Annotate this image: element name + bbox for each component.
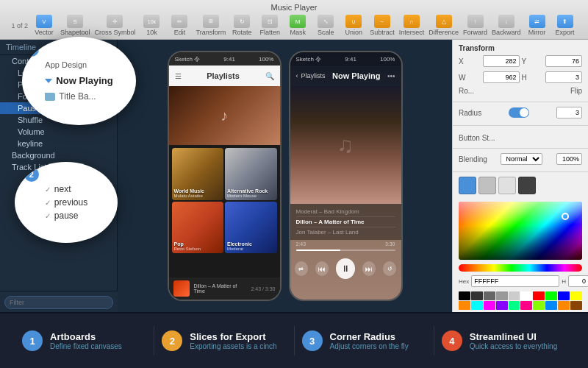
h-color-input[interactable]	[568, 275, 588, 287]
tool-mirror[interactable]: ⇌ Mirror	[526, 15, 549, 36]
palette-swatch[interactable]	[471, 301, 483, 310]
playlist-elec[interactable]: Electronic Moderat	[225, 202, 277, 254]
radius-toggle[interactable]	[509, 107, 529, 118]
track1[interactable]: Moderat – Bad Kingdom	[296, 207, 395, 217]
sidebar-item-background-label: Background	[12, 151, 55, 160]
palette-swatch[interactable]	[496, 301, 508, 310]
bottom-badge-2: 2	[162, 330, 182, 351]
y-input[interactable]	[545, 55, 582, 67]
h-input[interactable]	[545, 71, 582, 83]
phone2-back-icon[interactable]: ‹	[296, 72, 298, 79]
palette-swatch[interactable]	[533, 301, 545, 310]
callout1-titleba-label: Title Ba...	[59, 91, 96, 102]
palette-swatch[interactable]	[570, 301, 582, 310]
tool-10k[interactable]: 10k 10k	[140, 15, 163, 36]
h-color-label: H	[562, 278, 566, 285]
palette-swatch[interactable]	[520, 301, 532, 310]
phone2-more-icon[interactable]: •••	[387, 72, 395, 80]
bottom-bar: 1ArtboardsDefine fixed canvases2Slices f…	[0, 312, 588, 368]
w-input[interactable]	[483, 71, 520, 83]
palette-swatch[interactable]	[484, 291, 495, 300]
tool-subtract[interactable]: − Subtract	[370, 15, 395, 36]
np-prev-btn[interactable]: ⏮	[315, 261, 329, 276]
hue-slider[interactable]	[459, 264, 582, 272]
phone2-back-label[interactable]: Playlists	[301, 72, 326, 79]
phone1-now-playing-bar[interactable]: Dillon – A Matter of Time 2:43 / 3:30	[169, 277, 280, 300]
tool-union[interactable]: ∪ Union	[342, 15, 365, 36]
palette-swatch[interactable]	[545, 291, 557, 300]
palette-swatch[interactable]	[484, 301, 495, 310]
palette-swatch[interactable]	[496, 291, 508, 300]
page-indicator: 1 of 2	[11, 22, 28, 29]
tool-vector[interactable]: V Vector	[32, 15, 56, 36]
phone2-battery: 100%	[380, 56, 395, 63]
radius-input[interactable]	[556, 107, 582, 118]
palette-swatch[interactable]	[459, 301, 470, 310]
palette-swatch[interactable]	[459, 291, 470, 300]
swatch-gray2[interactable]	[498, 177, 516, 194]
tool-cross[interactable]: ✛ Cross Symbol	[94, 15, 135, 36]
tool-difference[interactable]: △ Difference	[429, 15, 459, 36]
palette-swatch[interactable]	[509, 301, 520, 310]
palette-swatch[interactable]	[545, 301, 557, 310]
playlist-world[interactable]: World Music Mulatu Astatke	[172, 148, 224, 200]
tool-export[interactable]: ⬆ Export	[553, 15, 577, 36]
playlist-alt[interactable]: Alternative Rock Modern Mouse	[225, 148, 277, 200]
np-repeat-btn[interactable]: ↺	[383, 261, 396, 276]
phone1-menu-icon[interactable]: ☰	[175, 72, 182, 80]
palette-swatch[interactable]	[509, 291, 520, 300]
x-input[interactable]	[483, 55, 520, 67]
np-shuffle-btn[interactable]: ⇄	[295, 261, 308, 276]
tool-intersect[interactable]: ∩ Intersect	[399, 15, 425, 36]
rotate-row: Ro... Flip	[459, 87, 582, 95]
tool-flatten[interactable]: ⊡ Flatten	[258, 15, 282, 36]
tool-forward[interactable]: ↑ Forward	[463, 15, 487, 36]
tool-rotate[interactable]: ↻ Rotate	[230, 15, 254, 36]
sidebar-item-volume[interactable]: Volume	[0, 126, 117, 138]
np-next-btn[interactable]: ⏭	[362, 261, 376, 276]
bottom-badge-3: 3	[302, 330, 323, 351]
blending-select[interactable]: Normal Multiply Screen	[501, 153, 542, 165]
toolbar-title: Music Player	[271, 3, 318, 12]
tool-scale[interactable]: ⤡ Scale	[314, 15, 337, 36]
tool-transform[interactable]: ⊞ Transform	[196, 15, 226, 36]
swatch-gray1[interactable]	[478, 177, 496, 194]
hex-input[interactable]	[471, 275, 559, 287]
palette-swatch[interactable]	[570, 291, 582, 300]
hex-label: Hex	[459, 278, 469, 285]
tool-mask[interactable]: M Mask	[286, 15, 309, 36]
bottom-feature-desc-3: Adjust corners on the fly	[330, 342, 409, 350]
palette-swatch[interactable]	[558, 301, 570, 310]
swatch-dark[interactable]	[518, 177, 536, 194]
palette-swatch[interactable]	[558, 291, 570, 300]
album-art-icon: ♪	[220, 107, 228, 124]
sidebar-filter-input[interactable]	[4, 296, 113, 309]
blending-section: Blending Normal Multiply Screen	[453, 149, 588, 172]
color-swatches	[453, 172, 588, 199]
playlist-pop[interactable]: Pop Retro Stefson	[172, 202, 224, 254]
track2[interactable]: Dillon – A Matter of Time	[296, 217, 395, 227]
sidebar-item-background[interactable]: Background	[0, 149, 117, 161]
tool-shape[interactable]: S Shapetool	[60, 15, 90, 36]
opacity-input[interactable]	[556, 153, 582, 165]
palette-swatch[interactable]	[471, 291, 483, 300]
check-icon-prev: ✓	[45, 199, 51, 207]
phone2-statusbar: Sketch 令 9:41 100%	[290, 52, 401, 66]
transform-section: Transform X Y W H	[453, 40, 588, 102]
swatch-blue[interactable]	[459, 177, 476, 194]
bottom-badge-1: 1	[22, 330, 43, 351]
track3[interactable]: Jon Talaber – Last Land	[296, 227, 395, 237]
tool-backward[interactable]: ↓ Backward	[492, 15, 521, 36]
np-play-btn[interactable]: ⏸	[336, 258, 355, 279]
phone1-search-icon[interactable]: 🔍	[265, 72, 274, 80]
playlist-elec-artist: Moderat	[227, 247, 252, 251]
color-gradient-picker[interactable]	[459, 202, 582, 260]
tool-edit[interactable]: ✏ Edit	[168, 15, 191, 36]
palette-swatch[interactable]	[533, 291, 545, 300]
palette-swatch[interactable]	[520, 291, 532, 300]
bottom-feature-2: 2Slices for ExportExporting assets is a …	[154, 330, 293, 351]
callout-2-badge: 2	[24, 167, 39, 182]
phone2-tracklist: Moderat – Bad Kingdom Dillon – A Matter …	[290, 204, 401, 240]
np-progress-bar[interactable]	[296, 250, 395, 251]
sidebar-item-keyline[interactable]: keyline	[0, 138, 117, 149]
